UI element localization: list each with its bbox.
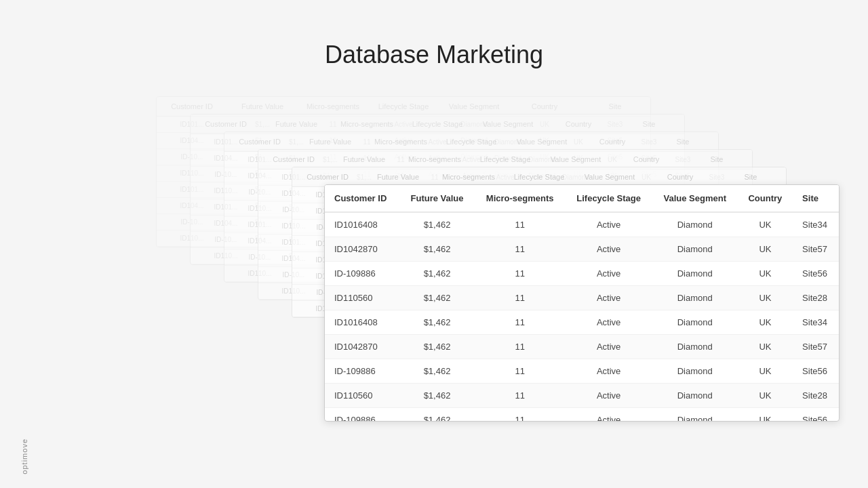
table-cell: $1,462	[399, 212, 475, 237]
table-cell: Site34	[793, 310, 839, 335]
table-cell: Site56	[793, 408, 839, 422]
table-cell: $1,462	[399, 286, 475, 310]
table-cell: ID-109886	[325, 262, 399, 286]
table-cell: UK	[738, 286, 793, 310]
table-cell: UK	[738, 335, 793, 359]
table-cell: $1,462	[399, 262, 475, 286]
table-cell: Active	[565, 335, 652, 359]
table-cell: ID110560	[325, 286, 399, 310]
table-cell: UK	[738, 384, 793, 408]
table-row: ID1042870$1,46211ActiveDiamondUKSite57	[325, 335, 839, 359]
page-title: Database Marketing	[325, 41, 543, 69]
main-table-wrapper: Customer ID Future Value Micro-segments …	[324, 184, 840, 422]
table-cell: Active	[565, 286, 652, 310]
col-header-customer-id: Customer ID	[325, 185, 399, 212]
table-cell: Diamond	[652, 384, 738, 408]
table-cell: ID1016408	[325, 310, 399, 335]
tables-area: Customer ID Future Value Micro-segments …	[156, 96, 712, 422]
brand-label: optimove	[20, 439, 28, 474]
col-header-future-value: Future Value	[399, 185, 475, 212]
table-cell: Diamond	[652, 408, 738, 422]
table-cell: 11	[475, 212, 566, 237]
table-cell: $1,462	[399, 310, 475, 335]
table-cell: Diamond	[652, 310, 738, 335]
table-row: ID1016408$1,46211ActiveDiamondUKSite34	[325, 310, 839, 335]
table-cell: Site57	[793, 335, 839, 359]
table-cell: ID-109886	[325, 408, 399, 422]
table-cell: UK	[738, 262, 793, 286]
table-cell: UK	[738, 237, 793, 262]
table-cell: ID110560	[325, 384, 399, 408]
table-cell: Diamond	[652, 212, 738, 237]
table-cell: Active	[565, 262, 652, 286]
table-cell: 11	[475, 286, 566, 310]
data-table: Customer ID Future Value Micro-segments …	[325, 185, 839, 422]
table-cell: UK	[738, 310, 793, 335]
col-header-micro-segments: Micro-segments	[475, 185, 566, 212]
table-cell: Active	[565, 384, 652, 408]
table-cell: $1,462	[399, 359, 475, 384]
table-cell: Diamond	[652, 286, 738, 310]
table-cell: UK	[738, 212, 793, 237]
table-cell: ID1016408	[325, 212, 399, 237]
table-cell: Diamond	[652, 359, 738, 384]
table-cell: ID1042870	[325, 237, 399, 262]
table-cell: 11	[475, 335, 566, 359]
table-row: ID-109886$1,46211ActiveDiamondUKSite56	[325, 408, 839, 422]
table-cell: UK	[738, 359, 793, 384]
table-cell: Active	[565, 310, 652, 335]
table-row: ID1016408$1,46211ActiveDiamondUKSite34	[325, 212, 839, 237]
table-cell: Site56	[793, 359, 839, 384]
col-header-lifecycle-stage: Lifecycle Stage	[565, 185, 652, 212]
table-cell: 11	[475, 237, 566, 262]
table-cell: $1,462	[399, 384, 475, 408]
table-cell: Diamond	[652, 262, 738, 286]
table-header-row: Customer ID Future Value Micro-segments …	[325, 185, 839, 212]
table-cell: $1,462	[399, 335, 475, 359]
table-cell: $1,462	[399, 408, 475, 422]
table-cell: Active	[565, 408, 652, 422]
table-cell: 11	[475, 359, 566, 384]
col-header-site: Site	[793, 185, 839, 212]
table-cell: Active	[565, 237, 652, 262]
col-header-country: Country	[738, 185, 793, 212]
table-cell: Diamond	[652, 237, 738, 262]
table-cell: Site28	[793, 384, 839, 408]
table-cell: $1,462	[399, 237, 475, 262]
table-row: ID110560$1,46211ActiveDiamondUKSite28	[325, 286, 839, 310]
table-cell: Active	[565, 359, 652, 384]
table-cell: ID-109886	[325, 359, 399, 384]
table-cell: UK	[738, 408, 793, 422]
table-cell: Site34	[793, 212, 839, 237]
table-cell: Site56	[793, 262, 839, 286]
table-cell: Site57	[793, 237, 839, 262]
col-header-value-segment: Value Segment	[652, 185, 738, 212]
table-cell: Site28	[793, 286, 839, 310]
table-cell: 11	[475, 384, 566, 408]
table-row: ID110560$1,46211ActiveDiamondUKSite28	[325, 384, 839, 408]
table-row: ID-109886$1,46211ActiveDiamondUKSite56	[325, 262, 839, 286]
table-row: ID1042870$1,46211ActiveDiamondUKSite57	[325, 237, 839, 262]
table-cell: Diamond	[652, 335, 738, 359]
table-cell: 11	[475, 310, 566, 335]
table-cell: 11	[475, 408, 566, 422]
table-cell: Active	[565, 212, 652, 237]
table-cell: 11	[475, 262, 566, 286]
table-cell: ID1042870	[325, 335, 399, 359]
table-row: ID-109886$1,46211ActiveDiamondUKSite56	[325, 359, 839, 384]
